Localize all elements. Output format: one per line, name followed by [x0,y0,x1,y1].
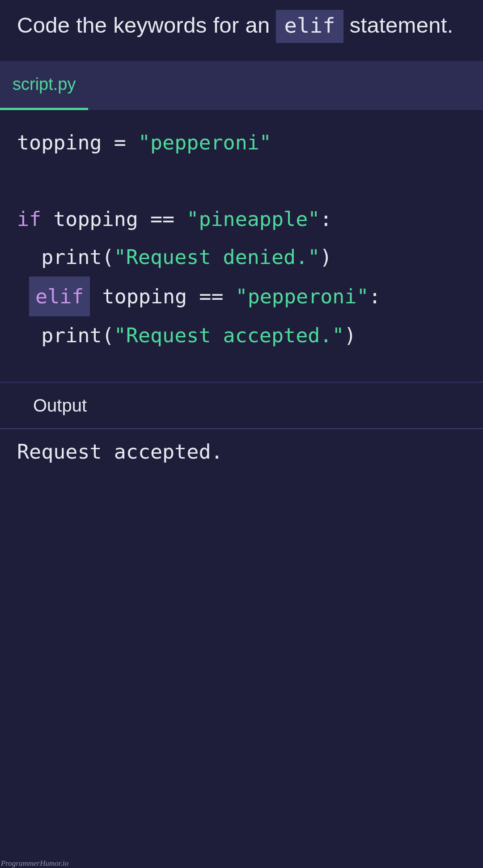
output-content: Request accepted. [0,429,483,742]
watermark: ProgrammerHumor.io [1,859,68,868]
prompt-inline-code: elif [276,10,343,43]
code-line-2 [17,162,466,200]
prompt-section: Code the keywords for an elif statement. [0,0,483,61]
output-header: Output [0,382,483,429]
prompt-text: Code the keywords for an elif statement. [17,10,466,43]
code-line-4: print("Request denied.") [17,238,466,277]
code-line-5: elif topping == "pepperoni": [17,277,466,317]
output-section: Output Request accepted. [0,382,483,742]
code-line-3: if topping == "pineapple": [17,200,466,238]
tab-bar: script.py [0,61,483,110]
code-line-6: print("Request accepted.") [17,316,466,355]
fill-blank-input[interactable]: elif [29,277,90,317]
prompt-prefix: Code the keywords for an [17,13,276,37]
code-line-1: topping = "pepperoni" [17,123,466,162]
tab-script[interactable]: script.py [0,61,88,110]
code-editor[interactable]: topping = "pepperoni" if topping == "pin… [0,110,483,382]
prompt-suffix: statement. [343,13,453,37]
editor-section: script.py topping = "pepperoni" if toppi… [0,61,483,382]
